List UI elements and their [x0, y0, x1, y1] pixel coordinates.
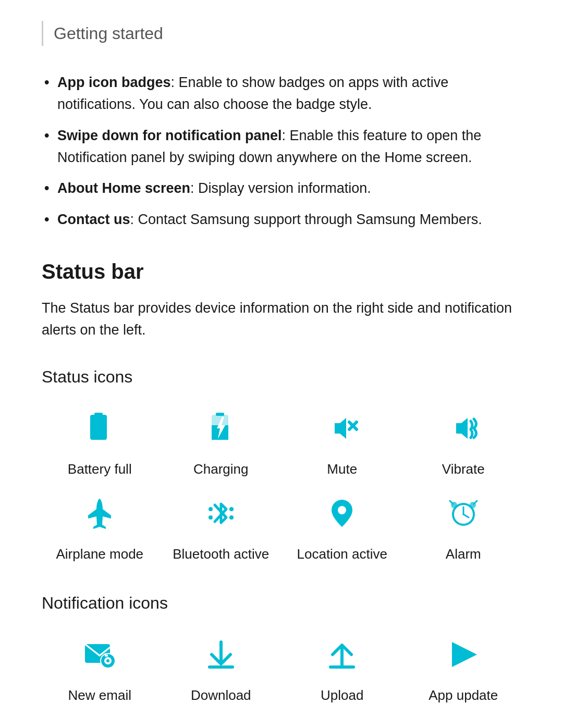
- upload-icon: [319, 631, 365, 678]
- page-header: Getting started: [42, 21, 521, 46]
- svg-point-10: [209, 507, 213, 511]
- status-icons-title: Status icons: [42, 364, 521, 389]
- charging-label: Charging: [193, 459, 249, 479]
- list-item: App icon badges: Enable to show badges o…: [42, 72, 521, 116]
- mute-icon: [319, 405, 365, 452]
- new-email-icon: [76, 631, 123, 678]
- svg-point-26: [106, 659, 109, 662]
- bullet-term: Contact us: [57, 212, 130, 227]
- download-label: Download: [191, 685, 251, 706]
- svg-point-12: [209, 515, 213, 520]
- icon-item-mute: Mute: [284, 405, 400, 479]
- bullet-term: App icon badges: [57, 75, 171, 90]
- bullet-text: : Contact Samsung support through Samsun…: [130, 212, 482, 227]
- icon-item-battery-full: Battery full: [42, 405, 158, 479]
- airplane-mode-label: Airplane mode: [56, 544, 143, 564]
- svg-point-11: [229, 507, 234, 511]
- alarm-icon: [440, 490, 487, 537]
- status-icons-grid: Battery full Charging: [42, 405, 521, 564]
- charging-icon: [198, 405, 244, 452]
- app-update-icon: [440, 631, 487, 678]
- icon-item-download: Download: [163, 631, 279, 706]
- bullet-term: About Home screen: [57, 180, 190, 196]
- icon-item-alarm: Alarm: [406, 490, 522, 564]
- bluetooth-active-icon: [198, 490, 244, 537]
- icon-item-vibrate: Vibrate: [406, 405, 522, 479]
- battery-full-label: Battery full: [68, 459, 132, 479]
- notification-icons-title: Notification icons: [42, 590, 521, 615]
- list-item: Contact us: Contact Samsung support thro…: [42, 209, 521, 231]
- status-bar-section: Status bar The Status bar provides devic…: [42, 256, 521, 728]
- list-item: About Home screen: Display version infor…: [42, 178, 521, 200]
- location-active-icon: [319, 490, 365, 537]
- icon-item-new-email: New email: [42, 631, 158, 706]
- svg-line-22: [474, 501, 477, 504]
- location-active-label: Location active: [297, 544, 387, 564]
- icon-item-upload: Upload: [284, 631, 400, 706]
- vibrate-icon: [440, 405, 487, 452]
- svg-point-13: [229, 515, 234, 520]
- airplane-mode-icon: [76, 490, 123, 537]
- status-bar-title: Status bar: [42, 256, 521, 287]
- svg-rect-27: [105, 655, 108, 657]
- icon-item-location: Location active: [284, 490, 400, 564]
- svg-point-14: [338, 506, 346, 514]
- svg-marker-32: [452, 642, 477, 667]
- app-update-label: App update: [429, 685, 498, 706]
- svg-rect-1: [94, 413, 103, 416]
- page-header-title: Getting started: [54, 24, 163, 43]
- status-bar-description: The Status bar provides device informati…: [42, 298, 521, 341]
- icon-item-airplane: Airplane mode: [42, 490, 158, 564]
- mute-label: Mute: [327, 459, 357, 479]
- notification-icons-grid: New email Download Upload: [42, 631, 521, 706]
- bullet-term: Swipe down for notification panel: [57, 128, 282, 143]
- download-icon: [198, 631, 244, 678]
- svg-rect-0: [90, 415, 107, 440]
- list-item: Swipe down for notification panel: Enabl…: [42, 125, 521, 169]
- upload-label: Upload: [321, 685, 363, 706]
- alarm-label: Alarm: [446, 544, 481, 564]
- svg-marker-9: [456, 418, 468, 439]
- bullet-list: App icon badges: Enable to show badges o…: [42, 72, 521, 231]
- icon-item-charging: Charging: [163, 405, 279, 479]
- vibrate-label: Vibrate: [442, 459, 485, 479]
- battery-full-icon: [76, 405, 123, 452]
- new-email-label: New email: [68, 685, 131, 706]
- icon-item-bluetooth: Bluetooth active: [163, 490, 279, 564]
- svg-rect-4: [216, 413, 224, 416]
- svg-line-21: [450, 501, 453, 504]
- bluetooth-active-label: Bluetooth active: [173, 544, 269, 564]
- icon-item-app-update: App update: [406, 631, 522, 706]
- svg-marker-6: [335, 418, 346, 439]
- bullet-text: : Display version information.: [190, 180, 371, 196]
